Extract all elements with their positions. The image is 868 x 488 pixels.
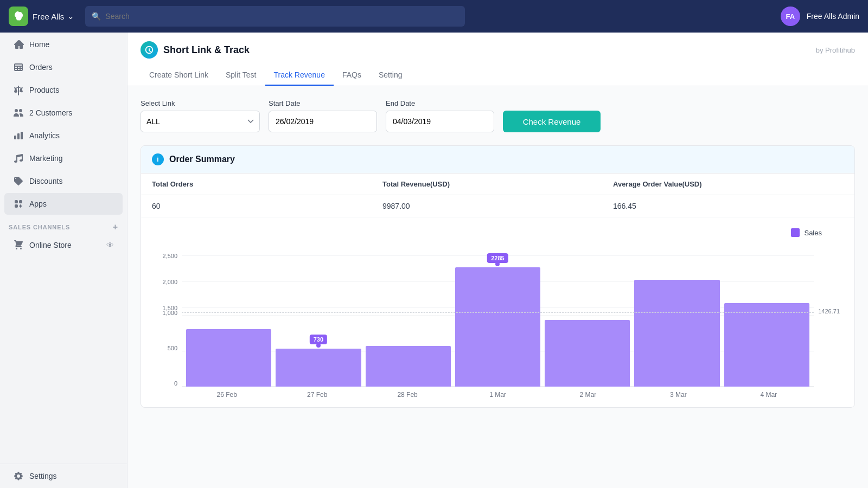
online-store-label: Online Store xyxy=(29,241,101,249)
select-link-dropdown[interactable]: ALL xyxy=(141,111,260,132)
store-name[interactable]: Free Alls ⌄ xyxy=(33,11,74,21)
info-icon: i xyxy=(152,153,164,165)
cell-total-orders: 60 xyxy=(152,202,382,210)
end-date-input[interactable] xyxy=(386,111,494,132)
sidebar-label-customers: 2 Customers xyxy=(29,108,72,117)
app-title-left: Short Link & Track xyxy=(141,41,250,59)
order-summary-card: i Order Summary Total Orders Total Reven… xyxy=(141,145,855,408)
filter-row: Select Link ALL Start Date End Date Chec… xyxy=(141,99,855,132)
end-date-group: End Date xyxy=(386,99,494,132)
eye-icon[interactable]: 👁 xyxy=(106,241,114,249)
shopify-logo xyxy=(9,7,28,26)
x-label-1mar: 1 Mar xyxy=(452,391,542,399)
col-avg-order: Average Order Value(USD) xyxy=(613,180,844,188)
select-link-group: Select Link ALL xyxy=(141,99,260,132)
cell-avg-order: 166.45 xyxy=(613,202,844,210)
pin-dot-1mar xyxy=(495,262,500,266)
sales-channels-section: SALES CHANNELS + xyxy=(0,216,127,234)
sidebar-item-orders[interactable]: Orders xyxy=(4,56,123,78)
customers-icon xyxy=(13,107,24,118)
tabs: Create Short Link Split Test Track Reven… xyxy=(141,65,855,86)
bar-2mar xyxy=(545,320,630,387)
x-label-27feb: 27 Feb xyxy=(272,391,362,399)
bar-28feb xyxy=(366,346,451,387)
sidebar-label-products: Products xyxy=(29,86,59,94)
avatar[interactable]: FA xyxy=(781,7,800,26)
start-date-input[interactable] xyxy=(269,111,377,132)
x-label-28feb: 28 Feb xyxy=(362,391,452,399)
sidebar-item-settings[interactable]: Settings xyxy=(4,465,123,487)
home-icon xyxy=(13,39,24,50)
tab-track-revenue[interactable]: Track Revenue xyxy=(265,65,334,86)
check-revenue-button[interactable]: Check Revenue xyxy=(503,111,601,132)
add-sales-channel-button[interactable]: + xyxy=(113,222,118,232)
x-label-2mar: 2 Mar xyxy=(543,391,633,399)
summary-table-row: 60 9987.00 166.45 xyxy=(141,195,854,217)
main-content: Short Link & Track by Profitihub Create … xyxy=(127,33,868,488)
app-header: Short Link & Track by Profitihub Create … xyxy=(127,33,868,86)
sidebar-label-marketing: Marketing xyxy=(29,154,62,163)
chart-legend: Sales xyxy=(152,228,844,237)
pin-dot-27feb xyxy=(316,343,321,348)
legend-label-sales: Sales xyxy=(804,229,822,237)
bar-3mar xyxy=(634,280,719,387)
settings-icon xyxy=(13,471,24,481)
col-total-revenue: Total Revenue(USD) xyxy=(382,180,613,188)
search-icon: 🔍 xyxy=(92,12,101,21)
settings-label: Settings xyxy=(29,472,57,480)
sidebar-label-apps: Apps xyxy=(29,200,47,208)
tab-faqs[interactable]: FAQs xyxy=(334,65,370,86)
sidebar-item-discounts[interactable]: Discounts xyxy=(4,170,123,192)
tab-split-test[interactable]: Split Test xyxy=(217,65,265,86)
bar-1mar xyxy=(455,267,540,387)
sidebar-item-online-store[interactable]: Online Store 👁 xyxy=(4,235,123,255)
sidebar-item-home[interactable]: Home xyxy=(4,34,123,55)
x-label-4mar: 4 Mar xyxy=(724,391,814,399)
sidebar-label-discounts: Discounts xyxy=(29,177,62,185)
summary-table-header: Total Orders Total Revenue(USD) Average … xyxy=(141,174,854,195)
sidebar-item-marketing[interactable]: Marketing xyxy=(4,147,123,169)
sidebar-label-analytics: Analytics xyxy=(29,131,60,140)
bar-26feb xyxy=(186,329,271,387)
chart-container: Sales 0 500 1,000 1,500 2,000 2,500 xyxy=(141,217,854,407)
sidebar-item-apps[interactable]: Apps xyxy=(4,193,123,215)
cell-total-revenue: 9987.00 xyxy=(382,202,613,210)
sidebar-item-analytics[interactable]: Analytics xyxy=(4,125,123,146)
search-input[interactable] xyxy=(105,12,458,21)
order-summary-title: Order Summary xyxy=(169,155,235,164)
app-title: Short Link & Track xyxy=(163,44,250,56)
top-nav: Free Alls ⌄ 🔍 FA Free Alls Admin xyxy=(0,0,868,33)
sidebar-item-products[interactable]: Products xyxy=(4,79,123,101)
sidebar-item-customers[interactable]: 2 Customers xyxy=(4,102,123,124)
col-total-orders: Total Orders xyxy=(152,180,382,188)
marketing-icon xyxy=(13,153,24,164)
start-date-group: Start Date xyxy=(269,99,377,132)
app-icon xyxy=(141,41,158,59)
summary-table: Total Orders Total Revenue(USD) Average … xyxy=(141,174,854,217)
online-store-icon xyxy=(13,240,24,251)
analytics-icon xyxy=(13,130,24,141)
sidebar: Home Orders Products 2 Customers Analyti… xyxy=(0,33,127,488)
x-label-3mar: 3 Mar xyxy=(633,391,723,399)
bar-4mar xyxy=(724,303,809,387)
content-area: Select Link ALL Start Date End Date Chec… xyxy=(127,86,868,421)
search-bar[interactable]: 🔍 xyxy=(85,6,465,27)
order-summary-header: i Order Summary xyxy=(141,146,854,174)
end-date-label: End Date xyxy=(386,99,494,107)
sidebar-label-home: Home xyxy=(29,40,49,49)
legend-color-sales xyxy=(791,228,800,237)
select-link-label: Select Link xyxy=(141,99,260,107)
admin-name: Free Alls Admin xyxy=(807,12,859,21)
nav-right: FA Free Alls Admin xyxy=(781,7,859,26)
by-label: by Profitihub xyxy=(816,46,855,54)
app-title-row: Short Link & Track by Profitihub xyxy=(141,41,855,59)
start-date-label: Start Date xyxy=(269,99,377,107)
discounts-icon xyxy=(13,176,24,187)
tab-setting[interactable]: Setting xyxy=(370,65,411,86)
x-label-26feb: 26 Feb xyxy=(182,391,272,399)
orders-icon xyxy=(13,62,24,73)
avg-line-label: 1426.71 xyxy=(818,308,840,314)
products-icon xyxy=(13,85,24,95)
apps-icon xyxy=(13,198,24,209)
tab-create-short-link[interactable]: Create Short Link xyxy=(141,65,217,86)
